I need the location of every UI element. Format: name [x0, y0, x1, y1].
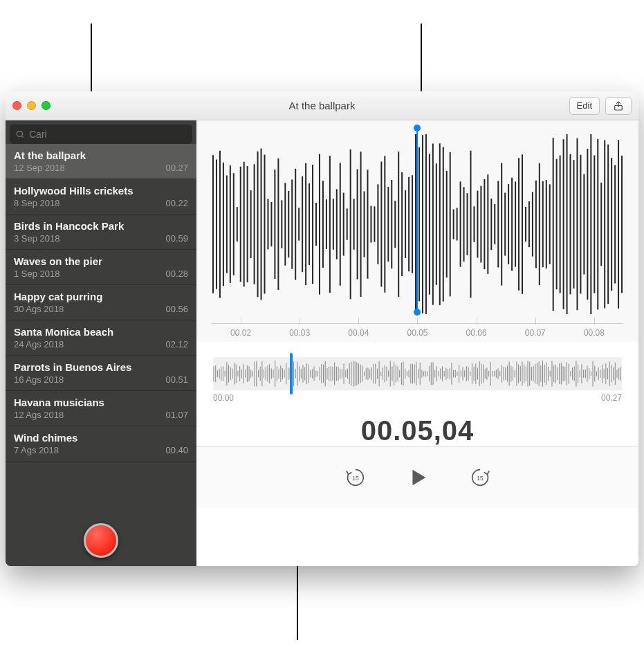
recording-name: Parrots in Buenos Aires: [14, 361, 188, 373]
app-window: At the ballpark Edit At the ballpark12 S…: [6, 91, 638, 566]
ruler-tick: 00.05: [388, 323, 447, 338]
overview-end-time: 00.27: [601, 393, 622, 403]
recording-item[interactable]: Parrots in Buenos Aires16 Ags 201800.51: [6, 356, 196, 391]
skip-back-15-button[interactable]: 15: [340, 462, 371, 493]
recording-item[interactable]: Santa Monica beach24 Ags 201802.12: [6, 320, 196, 356]
recording-list[interactable]: At the ballpark12 Sep 201800.27Hollywood…: [6, 144, 196, 515]
close-window-button[interactable]: [12, 101, 21, 110]
recording-duration: 00.56: [165, 304, 188, 314]
recording-date: 8 Sep 2018: [14, 198, 60, 208]
window-title: At the ballpark: [6, 100, 638, 111]
ruler-tick: 00.08: [564, 323, 623, 338]
recording-item[interactable]: Happy cat purring30 Ags 201800.56: [6, 285, 196, 320]
share-icon: [613, 100, 624, 112]
ruler-tick: 00.06: [447, 323, 506, 338]
recording-duration: 00.27: [165, 163, 188, 173]
recording-date: 16 Ags 2018: [14, 374, 64, 385]
recording-name: Santa Monica beach: [14, 326, 188, 338]
waveform-zoom-area[interactable]: 00.0200.0300.0400.0500.0600.0700.08: [196, 120, 638, 342]
recording-name: Havana musicians: [14, 397, 188, 408]
recording-name: Birds in Hancock Park: [14, 220, 188, 232]
recording-duration: 02.12: [165, 339, 188, 349]
time-ruler-zoom: 00.0200.0300.0400.0500.0600.0700.08: [212, 314, 624, 338]
minimize-window-button[interactable]: [27, 101, 36, 110]
recording-name: Wind chimes: [14, 432, 188, 444]
recording-name: At the ballpark: [14, 149, 188, 161]
skip-forward-15-button[interactable]: 15: [465, 462, 495, 493]
recording-date: 12 Sep 2018: [14, 163, 65, 173]
recording-name: Hollywood Hills crickets: [14, 185, 188, 197]
search-input[interactable]: [10, 125, 192, 144]
svg-text:15: 15: [477, 474, 484, 481]
recording-name: Waves on the pier: [14, 255, 188, 267]
recording-name: Happy cat purring: [14, 291, 188, 302]
recording-item[interactable]: Havana musicians12 Ags 201801.07: [6, 391, 196, 426]
record-button[interactable]: [84, 523, 118, 558]
play-button[interactable]: [403, 462, 433, 493]
current-time-display: 00.05,04: [213, 415, 622, 446]
recording-date: 3 Sep 2018: [14, 233, 60, 244]
recording-duration: 00.28: [165, 269, 188, 279]
ruler-tick: 00.07: [506, 323, 564, 338]
recording-item[interactable]: Waves on the pier1 Sep 201800.28: [6, 250, 196, 285]
svg-marker-343: [412, 469, 425, 485]
recording-duration: 00.59: [165, 233, 188, 244]
svg-text:15: 15: [352, 474, 359, 481]
time-ruler-overview: 00.00 00.27: [213, 393, 622, 403]
zoom-window-button[interactable]: [42, 101, 50, 110]
recording-date: 7 Ags 2018: [14, 445, 59, 455]
waveform-overview[interactable]: [213, 357, 622, 390]
recording-item[interactable]: Hollywood Hills crickets8 Sep 201800.22: [6, 179, 196, 215]
ruler-tick: 00.04: [329, 323, 388, 338]
recording-date: 12 Ags 2018: [14, 410, 64, 420]
recording-duration: 00.22: [165, 198, 188, 208]
recording-item[interactable]: Birds in Hancock Park3 Sep 201800.59: [6, 215, 196, 250]
recording-item[interactable]: Wind chimes7 Ags 201800.40: [6, 426, 196, 462]
recording-date: 24 Ags 2018: [14, 339, 64, 349]
playhead-overview[interactable]: [290, 353, 293, 394]
edit-button[interactable]: Edit: [569, 97, 600, 115]
recording-duration: 01.07: [165, 410, 188, 420]
recording-duration: 00.40: [165, 445, 188, 455]
recording-date: 30 Ags 2018: [14, 304, 64, 314]
recording-duration: 00.51: [165, 374, 188, 385]
playback-controls: 15 15: [196, 446, 638, 507]
recording-item[interactable]: At the ballpark12 Sep 201800.27: [6, 144, 196, 179]
titlebar: At the ballpark Edit: [6, 91, 638, 120]
sidebar: At the ballpark12 Sep 201800.27Hollywood…: [6, 120, 196, 566]
overview-start-time: 00.00: [213, 393, 234, 403]
window-controls: [12, 101, 50, 110]
ruler-tick: 00.03: [270, 323, 329, 338]
playhead-zoom[interactable]: [416, 127, 418, 313]
share-button[interactable]: [605, 97, 632, 115]
detail-pane: 00.0200.0300.0400.0500.0600.0700.08 00.0…: [196, 120, 638, 566]
ruler-tick: 00.02: [212, 323, 270, 338]
edit-button-label: Edit: [577, 100, 592, 111]
recording-date: 1 Sep 2018: [14, 269, 60, 279]
svg-rect-121: [213, 357, 622, 390]
